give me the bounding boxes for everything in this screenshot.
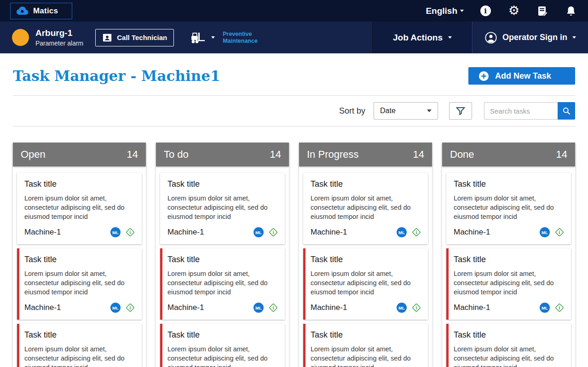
- ml-badge[interactable]: ML: [397, 303, 407, 313]
- search-group: [484, 102, 575, 120]
- task-description: Lorem ipsum dolor sit amet, consectetur …: [167, 344, 278, 367]
- chevron-down-icon: [211, 36, 215, 39]
- task-machine-label: Machine-1: [311, 303, 347, 312]
- task-description: Lorem ipsum dolor sit amet, consectetur …: [167, 194, 278, 221]
- task-card[interactable]: Task title Lorem ipsum dolor sit amet, c…: [446, 324, 571, 367]
- notifications-button[interactable]: [564, 4, 578, 18]
- column-card-list: Task title Lorem ipsum dolor sit amet, c…: [156, 166, 289, 367]
- task-description: Lorem ipsum dolor sit amet, consectetur …: [311, 344, 421, 367]
- operator-icon: [484, 31, 497, 44]
- column-count: 14: [556, 149, 567, 161]
- cloud-logo-icon: [16, 6, 29, 15]
- machine-info: Arburg-1 Parameter alarm: [0, 22, 95, 53]
- task-machine-label: Machine-1: [311, 228, 347, 237]
- task-description: Lorem ipsum dolor sit amet, consectetur …: [454, 344, 565, 367]
- task-title: Task title: [24, 330, 135, 340]
- add-new-task-button[interactable]: Add New Task: [468, 67, 575, 85]
- task-description: Lorem ipsum dolor sit amet, consectetur …: [311, 194, 421, 221]
- task-description: Lorem ipsum dolor sit amet, consectetur …: [24, 269, 135, 297]
- task-title: Task title: [311, 330, 421, 340]
- job-actions-label: Job Actions: [393, 33, 443, 43]
- brand-name: Matics: [33, 6, 58, 16]
- svg-text:i: i: [559, 230, 560, 235]
- column-title: Done: [450, 149, 474, 161]
- diamond-info-icon[interactable]: i: [411, 227, 421, 237]
- ml-badge[interactable]: ML: [254, 227, 264, 237]
- call-technician-button[interactable]: Call Technician: [95, 29, 174, 46]
- task-card[interactable]: Task title Lorem ipsum dolor sit amet, c…: [17, 173, 142, 244]
- task-machine-label: Machine-1: [167, 228, 204, 237]
- task-card[interactable]: Task title Lorem ipsum dolor sit amet, c…: [303, 173, 428, 244]
- task-card[interactable]: Task title Lorem ipsum dolor sit amet, c…: [303, 324, 428, 367]
- clipboard-icon: [537, 6, 548, 17]
- task-card[interactable]: Task title Lorem ipsum dolor sit amet, c…: [303, 248, 428, 320]
- list-controls: Sort by Date: [13, 102, 575, 120]
- chevron-down-icon: [448, 36, 452, 39]
- task-card[interactable]: Task title Lorem ipsum dolor sit amet, c…: [17, 324, 142, 367]
- column-card-list: Task title Lorem ipsum dolor sit amet, c…: [442, 166, 575, 367]
- ml-badge[interactable]: ML: [397, 227, 407, 237]
- task-manager-page: Task Manager - Machine1 Add New Task Sor…: [0, 67, 588, 367]
- task-title: Task title: [167, 255, 278, 264]
- operator-signin-menu[interactable]: Operator Sign in: [472, 22, 588, 53]
- sort-select[interactable]: Date: [374, 102, 438, 120]
- svg-text:i: i: [559, 305, 560, 310]
- task-card[interactable]: Task title Lorem ipsum dolor sit amet, c…: [160, 173, 285, 244]
- task-card[interactable]: Task title Lorem ipsum dolor sit amet, c…: [446, 173, 571, 244]
- task-title: Task title: [24, 179, 135, 189]
- svg-text:i: i: [130, 305, 131, 310]
- diamond-info-icon[interactable]: i: [268, 303, 278, 313]
- filter-button[interactable]: [449, 102, 472, 120]
- settings-button[interactable]: ⚙: [507, 4, 521, 18]
- plus-circle-icon: [478, 71, 489, 81]
- svg-text:i: i: [273, 230, 274, 235]
- job-actions-menu[interactable]: Job Actions: [372, 22, 472, 53]
- technician-badge-icon: [102, 33, 112, 43]
- search-input[interactable]: [484, 102, 558, 120]
- task-card[interactable]: Task title Lorem ipsum dolor sit amet, c…: [17, 248, 142, 320]
- ml-badge[interactable]: ML: [110, 303, 121, 313]
- column-count: 14: [413, 149, 424, 161]
- reports-button[interactable]: [536, 4, 549, 18]
- diamond-info-icon[interactable]: i: [268, 227, 278, 237]
- column-count: 14: [270, 149, 281, 161]
- task-card[interactable]: Task title Lorem ipsum dolor sit amet, c…: [160, 248, 285, 320]
- machine-status-avatar[interactable]: [12, 29, 29, 46]
- column-count: 14: [127, 149, 138, 161]
- ml-badge[interactable]: ML: [254, 303, 264, 313]
- task-description: Lorem ipsum dolor sit amet, consectetur …: [311, 269, 421, 297]
- diamond-info-icon[interactable]: i: [125, 303, 135, 313]
- column-header: To do 14: [156, 143, 289, 166]
- preventive-maintenance-control[interactable]: Preventive Maintenance: [190, 22, 258, 53]
- column-title: To do: [164, 149, 189, 161]
- diamond-info-icon[interactable]: i: [411, 303, 421, 313]
- info-button[interactable]: i: [478, 4, 492, 18]
- search-icon: [562, 106, 571, 115]
- diamond-info-icon[interactable]: i: [554, 303, 565, 313]
- ml-badge[interactable]: ML: [540, 227, 550, 237]
- ml-badge[interactable]: ML: [110, 227, 121, 237]
- task-card[interactable]: Task title Lorem ipsum dolor sit amet, c…: [446, 248, 571, 320]
- column-header: Done 14: [442, 143, 575, 166]
- task-description: Lorem ipsum dolor sit amet, consectetur …: [24, 344, 135, 367]
- task-title: Task title: [167, 330, 278, 340]
- diamond-info-icon[interactable]: i: [554, 227, 565, 237]
- language-selector[interactable]: English: [426, 6, 464, 16]
- machine-status-bar: Arburg-1 Parameter alarm Call Technician…: [0, 22, 588, 53]
- task-title: Task title: [454, 255, 565, 264]
- top-navigation-bar: Matics English i ⚙: [0, 0, 588, 22]
- task-machine-label: Machine-1: [454, 303, 490, 312]
- add-new-task-label: Add New Task: [495, 71, 551, 81]
- svg-text:i: i: [273, 305, 274, 310]
- ml-badge[interactable]: ML: [540, 303, 550, 313]
- task-title: Task title: [167, 179, 278, 189]
- svg-text:i: i: [130, 230, 131, 235]
- chevron-down-icon: [427, 109, 432, 112]
- diamond-info-icon[interactable]: i: [125, 227, 135, 237]
- column-title: In Progress: [307, 149, 359, 161]
- matics-logo[interactable]: Matics: [10, 3, 72, 19]
- task-card[interactable]: Task title Lorem ipsum dolor sit amet, c…: [160, 324, 285, 367]
- info-icon: i: [480, 6, 491, 16]
- column-header: Open 14: [13, 143, 146, 166]
- search-button[interactable]: [558, 102, 575, 120]
